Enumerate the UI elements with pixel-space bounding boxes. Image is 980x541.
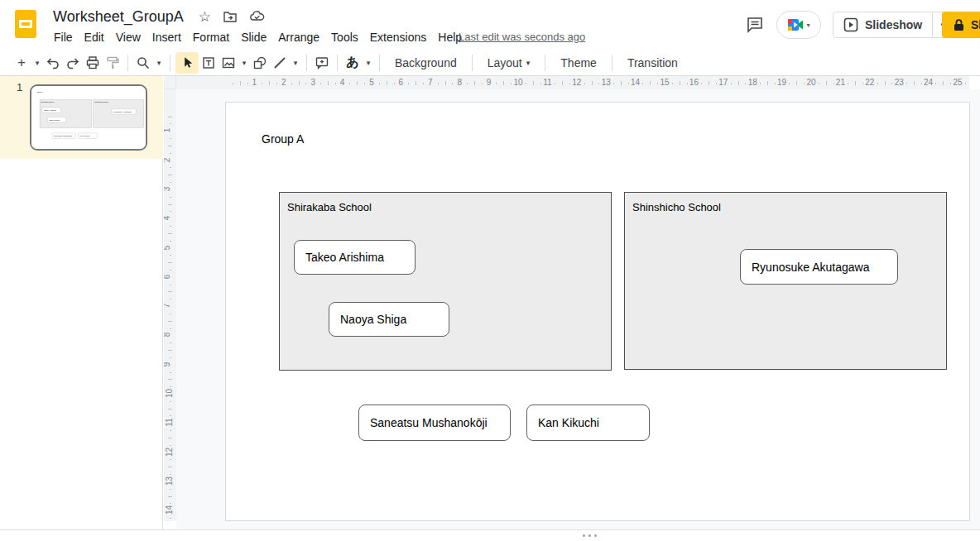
undo-button[interactable] xyxy=(43,52,63,74)
editing-canvas[interactable]: Group AShirakaba SchoolTakeo ArishimaNao… xyxy=(176,89,980,529)
ruler-number: 12 xyxy=(165,448,174,457)
ruler-number: 21 xyxy=(836,78,845,87)
insert-line-button[interactable] xyxy=(270,52,290,74)
group-label: Shirakaba School xyxy=(287,201,372,213)
member-box[interactable]: Takeo Arishima xyxy=(294,240,416,275)
member-box[interactable]: Kan Kikuchi xyxy=(78,133,97,139)
ruler-number: 13 xyxy=(602,78,611,87)
group-box[interactable]: Shirakaba School xyxy=(40,100,92,128)
text-box-button[interactable] xyxy=(199,52,219,74)
toolbar-separator xyxy=(379,55,380,71)
ruler-number: 14 xyxy=(631,78,640,87)
ruler-number: 11 xyxy=(165,419,174,427)
ruler-number: 8 xyxy=(164,333,171,338)
ruler-number: 2 xyxy=(164,157,171,162)
theme-button[interactable]: Theme xyxy=(550,53,607,73)
cursor-icon xyxy=(180,55,195,69)
ruler-number: 9 xyxy=(164,361,171,366)
ruler-number: 22 xyxy=(865,78,874,87)
ruler-number: 15 xyxy=(660,78,669,87)
layout-button[interactable]: Layout▾ xyxy=(478,53,540,73)
insert-line-caret-icon[interactable]: ▾ xyxy=(290,52,301,74)
insert-comment-button[interactable] xyxy=(312,52,332,74)
ruler-number: 20 xyxy=(806,78,815,87)
background-button[interactable]: Background xyxy=(385,53,467,73)
ruler-number: 4 xyxy=(164,216,171,221)
toolbar: + ▾ ▾ ▾ ▾ あ ▾ Background Layout▾ Theme xyxy=(0,50,980,76)
header: Worksheet_GroupA ☆ FileEditViewInsertFor… xyxy=(0,0,980,50)
google-slides-app: { "header": { "title": "Worksheet_GroupA… xyxy=(0,0,980,541)
share-label: Share xyxy=(971,18,980,31)
play-icon xyxy=(843,17,858,32)
insert-image-caret-icon[interactable]: ▾ xyxy=(238,52,250,74)
ruler-number: 19 xyxy=(777,78,786,87)
ruler-number: 14 xyxy=(165,505,174,515)
toolbar-separator xyxy=(337,55,338,71)
member-box[interactable]: Ryunosuke Akutagawa xyxy=(740,249,898,285)
paint-format-button[interactable] xyxy=(103,52,122,74)
meet-icon xyxy=(787,18,804,31)
ruler-number: 6 xyxy=(399,78,404,87)
new-slide-caret-icon[interactable]: ▾ xyxy=(31,52,43,74)
ruler-number: 7 xyxy=(428,78,433,87)
ruler-number: 13 xyxy=(165,476,174,486)
member-box[interactable]: Ryunosuke Akutagawa xyxy=(112,109,137,115)
zoom-caret-icon[interactable]: ▾ xyxy=(153,52,165,74)
toolbar-separator xyxy=(306,55,307,71)
toolbar-separator xyxy=(472,55,473,71)
slide-thumbnail[interactable]: Group AShirakaba SchoolTakeo ArishimaNao… xyxy=(30,84,147,151)
ruler-number: 8 xyxy=(457,78,462,87)
member-box[interactable]: Takeo Arishima xyxy=(42,108,61,113)
new-slide-button[interactable]: + xyxy=(12,52,31,74)
input-tools-button[interactable]: あ xyxy=(343,52,363,74)
slide-thumbnail-row[interactable]: 1 Group AShirakaba SchoolTakeo ArishimaN… xyxy=(0,76,163,159)
ruler-number: 3 xyxy=(164,187,171,192)
member-box[interactable]: Naoya Shiga xyxy=(329,302,449,337)
notes-resize-handle-icon[interactable] xyxy=(583,534,597,537)
ruler-number: 2 xyxy=(281,78,286,87)
group-box[interactable]: Shirakaba School xyxy=(279,192,612,371)
lock-icon xyxy=(954,19,964,31)
zoom-button[interactable] xyxy=(133,52,153,74)
toolbar-separator xyxy=(170,55,171,71)
ruler-number: 11 xyxy=(543,78,551,87)
ruler-number: 7 xyxy=(164,304,171,309)
slide-title-text[interactable]: Group A xyxy=(262,132,304,146)
member-box[interactable]: Kan Kikuchi xyxy=(526,405,650,441)
ruler-number: 3 xyxy=(310,78,315,87)
ruler-number: 5 xyxy=(164,245,171,250)
group-label: Shirakaba School xyxy=(41,102,55,103)
ruler-number: 25 xyxy=(953,78,962,87)
slide-title-text[interactable]: Group A xyxy=(37,91,44,93)
ruler-number: 10 xyxy=(165,389,174,398)
open-comments-button[interactable] xyxy=(743,13,766,36)
ruler-number: 5 xyxy=(369,78,374,87)
print-button[interactable] xyxy=(83,52,103,74)
slide-number: 1 xyxy=(17,81,22,93)
horizontal-ruler: 1234567891011121314151617181920212223242… xyxy=(176,76,969,89)
vertical-ruler: 1234567891011121314 xyxy=(164,89,176,521)
ruler-number: 24 xyxy=(924,78,933,87)
layout-caret-icon: ▾ xyxy=(526,59,531,67)
ruler-corner xyxy=(164,76,176,89)
select-tool-button[interactable] xyxy=(175,52,199,74)
share-button[interactable]: Share xyxy=(942,12,980,38)
redo-button[interactable] xyxy=(63,52,83,74)
slide-page[interactable]: Group AShirakaba SchoolTakeo ArishimaNao… xyxy=(225,102,970,521)
transition-button[interactable]: Transition xyxy=(617,53,688,73)
filmstrip: 1 Group AShirakaba SchoolTakeo ArishimaN… xyxy=(0,76,163,529)
ruler-number: 23 xyxy=(895,78,904,87)
ruler-number: 1 xyxy=(164,128,171,133)
ruler-number: 18 xyxy=(748,78,757,87)
ruler-number: 10 xyxy=(513,78,522,87)
member-box[interactable]: Saneatsu Mushanokōji xyxy=(52,133,76,139)
insert-shape-button[interactable] xyxy=(250,52,270,74)
ruler-number: 17 xyxy=(718,78,728,87)
meet-button[interactable]: ▾ xyxy=(776,11,821,39)
slideshow-button[interactable]: Slideshow ▾ xyxy=(833,12,953,38)
input-tools-caret-icon[interactable]: ▾ xyxy=(363,52,374,74)
insert-image-button[interactable] xyxy=(219,52,238,74)
member-box[interactable]: Saneatsu Mushanokōji xyxy=(358,405,511,441)
slideshow-label: Slideshow xyxy=(865,18,922,31)
member-box[interactable]: Naoya Shiga xyxy=(47,117,66,122)
